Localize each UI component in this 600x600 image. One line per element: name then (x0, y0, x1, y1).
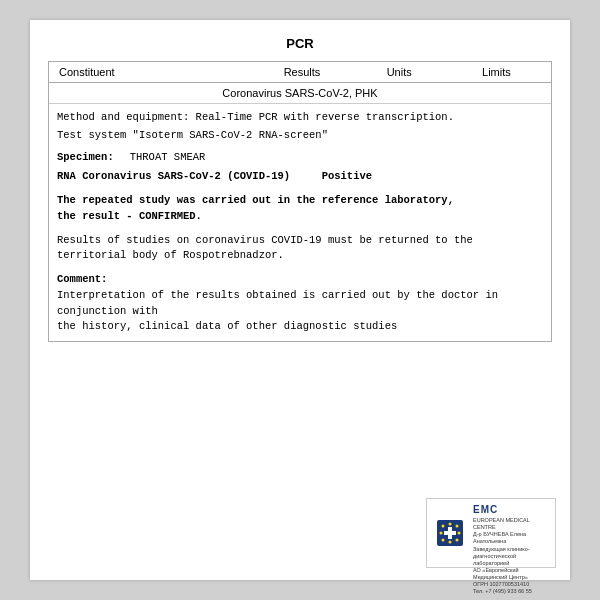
method-line-1: Method and equipment: Real-Time PCR with… (57, 110, 543, 126)
table-header: Constituent Results Units Limits (49, 62, 551, 83)
method-line-2: Test system "Isoterm SARS-CoV-2 RNA-scre… (57, 128, 543, 144)
specimen-label: Specimen: (57, 150, 114, 166)
rna-line: RNA Coronavirus SARS-CoV-2 (COVID-19) Po… (57, 169, 543, 185)
rna-value: Positive (322, 170, 372, 182)
comment-text-2: the history, clinical data of other diag… (57, 319, 543, 335)
comment-label: Comment: (57, 272, 543, 288)
specimen-value: THROAT SMEAR (130, 150, 206, 166)
emc-logo-icon (431, 503, 469, 563)
col-header-limits: Limits (448, 66, 545, 78)
confirmed-block: The repeated study was carried out in th… (57, 193, 543, 225)
svg-point-1 (442, 525, 445, 528)
svg-point-7 (449, 541, 452, 544)
emc-icon-svg (433, 516, 467, 550)
emc-line5: ОГРН 1027700531410 (473, 581, 551, 588)
comment-block: Comment: Interpretation of the results o… (57, 272, 543, 335)
emc-line3: Заведующая клинико-диагностической лабор… (473, 546, 551, 567)
svg-point-8 (456, 539, 459, 542)
rna-label: RNA Coronavirus SARS-CoV-2 (COVID-19) (57, 170, 290, 182)
comment-text-1: Interpretation of the results obtained i… (57, 288, 543, 320)
confirmed-line-2: the result - CONFIRMED. (57, 209, 543, 225)
svg-rect-10 (444, 531, 456, 535)
confirmed-line-1: The repeated study was carried out in th… (57, 193, 543, 209)
emc-line2: Д-р БУЧНЕВА Елена Анатольевна (473, 531, 551, 545)
emc-line6: Тел. +7 (495) 933 66 55 (473, 588, 551, 595)
section-title: Coronavirus SARS-CoV-2, PHK (49, 83, 551, 104)
svg-point-4 (440, 532, 443, 535)
svg-point-6 (442, 539, 445, 542)
emc-line4: АО «Европейский Медицинский Центр» (473, 567, 551, 581)
emc-line1: EUROPEAN MEDICAL CENTRE (473, 517, 551, 531)
specimen-line: Specimen: THROAT SMEAR (57, 150, 543, 166)
svg-point-3 (456, 525, 459, 528)
emc-logo-text-block: EMC EUROPEAN MEDICAL CENTRE Д-р БУЧНЕВА … (473, 503, 551, 563)
col-header-results: Results (253, 66, 350, 78)
content-area: Method and equipment: Real-Time PCR with… (49, 104, 551, 341)
results-note: Results of studies on coronavirus COVID-… (57, 233, 543, 265)
results-table: Constituent Results Units Limits Coronav… (48, 61, 552, 342)
svg-point-5 (458, 532, 461, 535)
main-page: PCR Constituent Results Units Limits Cor… (30, 20, 570, 580)
page-title: PCR (48, 36, 552, 51)
svg-point-2 (449, 523, 452, 526)
emc-brand: EMC (473, 503, 551, 517)
col-header-constituent: Constituent (55, 66, 253, 78)
col-header-units: Units (351, 66, 448, 78)
emc-logo: EMC EUROPEAN MEDICAL CENTRE Д-р БУЧНЕВА … (426, 498, 556, 568)
